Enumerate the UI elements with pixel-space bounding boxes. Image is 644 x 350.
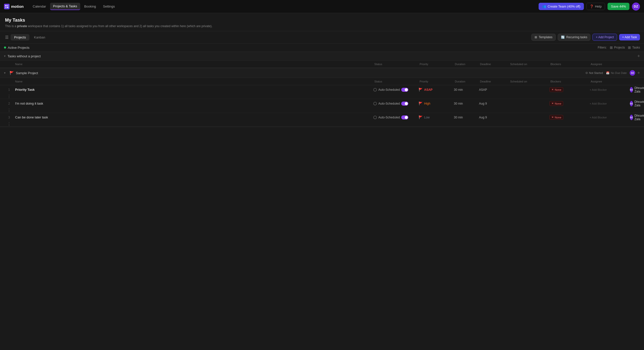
assignee-name: Dhruvir Zala <box>634 114 644 121</box>
users-icon: 👥 <box>542 5 546 8</box>
none-label: None <box>555 102 561 105</box>
priority-flag-icon: 🚩 <box>419 115 423 119</box>
help-icon: ❓ <box>590 5 594 8</box>
table-row[interactable]: 1 Priority Task Auto-Scheduled 🚩 ASAP 30… <box>0 85 644 99</box>
col-name: Name <box>14 79 373 83</box>
auto-schedule-toggle[interactable] <box>401 102 408 106</box>
add-blocker-button[interactable]: + Add Blocker <box>590 116 607 119</box>
status-text: Auto-Scheduled <box>378 116 400 119</box>
col-headers-no-project: Name Status Priority Duration Deadline S… <box>0 61 644 68</box>
col-num <box>4 79 14 83</box>
status-circle-icon <box>373 102 377 105</box>
assignee-avatar: DZ <box>630 115 633 120</box>
project-section-header[interactable]: ▾ 🚩 Sample Project Not Started 📅 No Due … <box>0 68 644 78</box>
none-label: None <box>555 116 561 119</box>
task-duration: 30 min <box>454 116 479 119</box>
add-task-button[interactable]: + Add Task <box>619 34 640 40</box>
save-button[interactable]: Save 44% <box>608 3 629 10</box>
nav-booking[interactable]: Booking <box>81 3 99 10</box>
filter-projects[interactable]: ⊞ Projects <box>610 46 625 50</box>
section-header-no-project[interactable]: ▾ Tasks without a project + <box>0 52 644 61</box>
table-row[interactable]: 2 I'm not doing it task Auto-Scheduled 🚩… <box>0 99 644 113</box>
col-duration: Duration <box>454 62 479 66</box>
filter-projects-icon: ⊞ <box>610 46 613 50</box>
task-status-cell[interactable]: Auto-Scheduled <box>373 102 419 106</box>
nav-settings[interactable]: Settings <box>100 3 118 10</box>
col-actions <box>630 79 640 83</box>
add-task-to-section-button[interactable]: + <box>637 54 640 58</box>
auto-schedule-toggle[interactable] <box>401 88 408 92</box>
help-button[interactable]: ❓ Help <box>586 3 605 10</box>
task-priority-cell[interactable]: 🚩 ASAP <box>419 88 454 92</box>
assignee-name: Dhruvir Zala <box>634 100 644 107</box>
task-assignee-cell[interactable]: + Add Blocker <box>590 102 630 105</box>
col-deadline: Deadline <box>479 62 509 66</box>
col-blockers: Blockers <box>549 62 590 66</box>
task-deadline: Aug 9 <box>479 102 509 105</box>
task-rows-container: 1 Priority Task Auto-Scheduled 🚩 ASAP 30… <box>0 85 644 127</box>
none-badge: ✕ None <box>549 87 563 92</box>
my-tasks-header: My Tasks This is a private workspace tha… <box>0 13 644 31</box>
col-scheduled-on: Scheduled on <box>509 79 549 83</box>
assignee-name: Dhruvir Zala <box>634 86 644 93</box>
add-to-project-button[interactable]: + <box>637 71 640 75</box>
calendar-icon: 📅 <box>606 71 610 75</box>
task-priority-cell[interactable]: 🚩 High <box>419 102 454 105</box>
templates-button[interactable]: ⊞ Templates <box>531 34 556 41</box>
task-blocker-cell[interactable]: ✕ None <box>549 101 590 106</box>
task-number: 3 <box>4 116 14 119</box>
task-assignee-full-cell[interactable]: DZ Dhruvir Zala <box>630 86 640 93</box>
x-icon: ✕ <box>551 102 554 105</box>
svg-rect-3 <box>7 7 8 8</box>
task-assignee-cell[interactable]: + Add Blocker <box>590 88 630 91</box>
col-actions <box>630 62 640 66</box>
logo-icon <box>4 4 10 9</box>
user-avatar[interactable]: DZ <box>632 3 640 11</box>
filter-tasks[interactable]: ⊞ Tasks <box>628 46 640 50</box>
task-blocker-cell[interactable]: ✕ None <box>549 87 590 92</box>
app-logo[interactable]: motion <box>4 4 24 9</box>
tab-kanban[interactable]: Kanban <box>30 34 49 40</box>
hamburger-button[interactable]: ☰ <box>4 34 10 41</box>
col-assignee: Assignee <box>590 79 630 83</box>
task-status-cell[interactable]: Auto-Scheduled <box>373 88 419 92</box>
task-more-button[interactable]: ⋮ <box>4 94 14 99</box>
table-row[interactable]: 3 Can be done later task Auto-Scheduled … <box>0 113 644 127</box>
tab-projects[interactable]: Projects <box>11 34 29 40</box>
my-tasks-title: My Tasks <box>5 18 639 23</box>
task-more-button[interactable]: ⋮ <box>4 108 14 113</box>
active-projects-label: Active Projects <box>4 46 29 50</box>
task-more-button[interactable]: ⋮ <box>4 122 14 126</box>
add-project-button[interactable]: + Add Project <box>592 34 617 41</box>
recurring-tasks-button[interactable]: 🔄 Recurring tasks <box>558 34 590 41</box>
add-blocker-button[interactable]: + Add Blocker <box>590 102 607 105</box>
task-status-cell[interactable]: Auto-Scheduled <box>373 115 419 119</box>
status-circle-icon <box>373 88 377 92</box>
add-blocker-button[interactable]: + Add Blocker <box>590 88 607 91</box>
active-projects-bar: Active Projects Filters: ⊞ Projects ⊞ Ta… <box>0 43 644 52</box>
create-team-button[interactable]: 👥 Create Team (40% off) <box>539 3 584 10</box>
col-blockers: Blockers <box>549 79 590 83</box>
toolbar-right: ⊞ Templates 🔄 Recurring tasks + Add Proj… <box>531 34 640 41</box>
col-headers-sample: Name Status Priority Duration Deadline S… <box>0 78 644 85</box>
filters-row: Filters: ⊞ Projects ⊞ Tasks <box>598 46 640 50</box>
nav-projects-tasks[interactable]: Projects & Tasks <box>50 3 80 10</box>
not-started-dot <box>586 72 588 74</box>
task-deadline: ASAP <box>479 88 509 92</box>
none-badge: ✕ None <box>549 115 563 120</box>
nav-calendar[interactable]: Calendar <box>30 3 49 10</box>
filter-tasks-icon: ⊞ <box>628 46 631 50</box>
task-blocker-cell[interactable]: ✕ None <box>549 115 590 120</box>
task-assignee-cell[interactable]: + Add Blocker <box>590 116 630 119</box>
task-priority-cell[interactable]: 🚩 Low <box>419 115 454 119</box>
priority-flag-icon: 🚩 <box>419 102 423 105</box>
auto-schedule-toggle[interactable] <box>401 115 408 119</box>
task-number: 2 <box>4 102 14 105</box>
task-duration: 30 min <box>454 102 479 105</box>
app-name: motion <box>11 4 24 9</box>
svg-rect-1 <box>7 5 8 6</box>
task-assignee-full-cell[interactable]: DZ Dhruvir Zala <box>630 100 640 107</box>
top-navigation: motion Calendar Projects & Tasks Booking… <box>0 0 644 13</box>
x-icon: ✕ <box>551 116 554 119</box>
task-assignee-full-cell[interactable]: DZ Dhruvir Zala <box>630 114 640 121</box>
